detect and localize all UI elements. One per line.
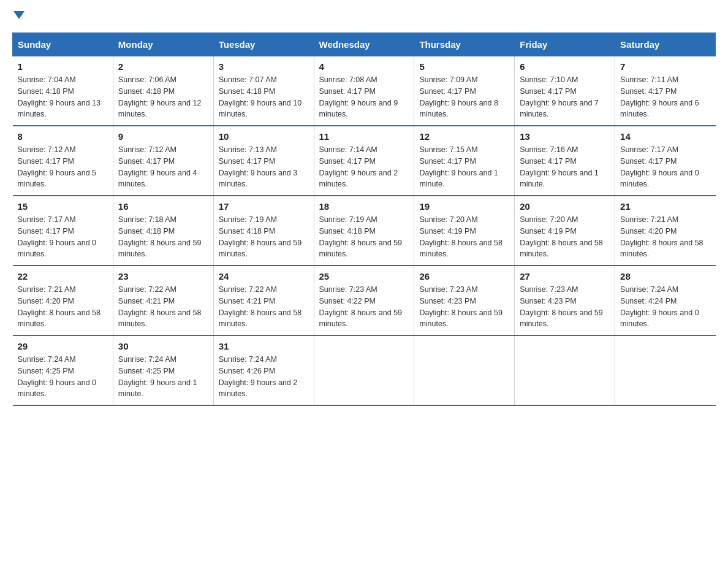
day-number: 3: [219, 61, 309, 72]
calendar-day-cell: 13 Sunrise: 7:16 AMSunset: 4:17 PMDaylig…: [515, 126, 615, 196]
calendar-day-cell: 28 Sunrise: 7:24 AMSunset: 4:24 PMDaylig…: [615, 266, 716, 335]
calendar-header-row: SundayMondayTuesdayWednesdayThursdayFrid…: [13, 33, 716, 56]
day-info: Sunrise: 7:23 AMSunset: 4:22 PMDaylight:…: [319, 284, 409, 330]
day-info: Sunrise: 7:24 AMSunset: 4:26 PMDaylight:…: [219, 354, 309, 400]
calendar-day-cell: 6 Sunrise: 7:10 AMSunset: 4:17 PMDayligh…: [515, 56, 615, 126]
calendar-day-cell: 20 Sunrise: 7:20 AMSunset: 4:19 PMDaylig…: [515, 196, 615, 266]
calendar-day-cell: 2 Sunrise: 7:06 AMSunset: 4:18 PMDayligh…: [113, 56, 213, 126]
day-info: Sunrise: 7:20 AMSunset: 4:19 PMDaylight:…: [520, 214, 610, 260]
calendar-week-row: 8 Sunrise: 7:12 AMSunset: 4:17 PMDayligh…: [13, 126, 716, 196]
day-number: 1: [18, 61, 108, 72]
calendar-day-cell: 14 Sunrise: 7:17 AMSunset: 4:17 PMDaylig…: [615, 126, 716, 196]
day-number: 15: [18, 201, 108, 212]
day-info: Sunrise: 7:19 AMSunset: 4:18 PMDaylight:…: [319, 214, 409, 260]
calendar-day-cell: 9 Sunrise: 7:12 AMSunset: 4:17 PMDayligh…: [113, 126, 213, 196]
calendar-day-cell: 16 Sunrise: 7:18 AMSunset: 4:18 PMDaylig…: [113, 196, 213, 266]
calendar-day-cell: 3 Sunrise: 7:07 AMSunset: 4:18 PMDayligh…: [213, 56, 314, 126]
calendar-week-row: 22 Sunrise: 7:21 AMSunset: 4:20 PMDaylig…: [13, 266, 716, 335]
day-info: Sunrise: 7:09 AMSunset: 4:17 PMDaylight:…: [419, 74, 509, 120]
calendar-day-cell: 4 Sunrise: 7:08 AMSunset: 4:17 PMDayligh…: [314, 56, 414, 126]
calendar-day-cell: 15 Sunrise: 7:17 AMSunset: 4:17 PMDaylig…: [13, 196, 113, 266]
calendar-day-cell: [515, 335, 615, 405]
calendar-day-cell: 17 Sunrise: 7:19 AMSunset: 4:18 PMDaylig…: [213, 196, 314, 266]
day-number: 12: [419, 131, 509, 142]
day-number: 26: [419, 271, 509, 282]
day-number: 23: [118, 271, 208, 282]
day-info: Sunrise: 7:18 AMSunset: 4:18 PMDaylight:…: [118, 214, 208, 260]
day-number: 25: [319, 271, 409, 282]
calendar-day-cell: 12 Sunrise: 7:15 AMSunset: 4:17 PMDaylig…: [414, 126, 515, 196]
calendar-day-cell: 26 Sunrise: 7:23 AMSunset: 4:23 PMDaylig…: [414, 266, 515, 335]
day-number: 22: [18, 271, 108, 282]
day-number: 19: [419, 201, 509, 212]
day-number: 2: [118, 61, 208, 72]
day-number: 14: [620, 131, 710, 142]
day-info: Sunrise: 7:21 AMSunset: 4:20 PMDaylight:…: [620, 214, 710, 260]
day-info: Sunrise: 7:12 AMSunset: 4:17 PMDaylight:…: [118, 144, 208, 190]
day-info: Sunrise: 7:24 AMSunset: 4:25 PMDaylight:…: [18, 354, 108, 400]
calendar-day-cell: 10 Sunrise: 7:13 AMSunset: 4:17 PMDaylig…: [213, 126, 314, 196]
weekday-header: Thursday: [414, 33, 515, 56]
day-number: 5: [419, 61, 509, 72]
day-info: Sunrise: 7:23 AMSunset: 4:23 PMDaylight:…: [419, 284, 509, 330]
day-info: Sunrise: 7:17 AMSunset: 4:17 PMDaylight:…: [18, 214, 108, 260]
day-info: Sunrise: 7:10 AMSunset: 4:17 PMDaylight:…: [520, 74, 610, 120]
weekday-header: Monday: [113, 33, 213, 56]
day-info: Sunrise: 7:04 AMSunset: 4:18 PMDaylight:…: [18, 74, 108, 120]
day-info: Sunrise: 7:12 AMSunset: 4:17 PMDaylight:…: [18, 144, 108, 190]
day-number: 13: [520, 131, 610, 142]
calendar-day-cell: 8 Sunrise: 7:12 AMSunset: 4:17 PMDayligh…: [13, 126, 113, 196]
logo-triangle-icon: [13, 11, 25, 19]
day-info: Sunrise: 7:08 AMSunset: 4:17 PMDaylight:…: [319, 74, 409, 120]
day-number: 16: [118, 201, 208, 212]
calendar-day-cell: 30 Sunrise: 7:24 AMSunset: 4:25 PMDaylig…: [113, 335, 213, 405]
day-info: Sunrise: 7:16 AMSunset: 4:17 PMDaylight:…: [520, 144, 610, 190]
logo: [12, 12, 25, 20]
weekday-header: Saturday: [615, 33, 716, 56]
calendar-day-cell: [314, 335, 414, 405]
weekday-header: Sunday: [13, 33, 113, 56]
day-info: Sunrise: 7:22 AMSunset: 4:21 PMDaylight:…: [118, 284, 208, 330]
day-info: Sunrise: 7:24 AMSunset: 4:25 PMDaylight:…: [118, 354, 208, 400]
day-number: 11: [319, 131, 409, 142]
day-info: Sunrise: 7:11 AMSunset: 4:17 PMDaylight:…: [620, 74, 710, 120]
day-info: Sunrise: 7:15 AMSunset: 4:17 PMDaylight:…: [419, 144, 509, 190]
day-info: Sunrise: 7:06 AMSunset: 4:18 PMDaylight:…: [118, 74, 208, 120]
calendar-day-cell: 27 Sunrise: 7:23 AMSunset: 4:23 PMDaylig…: [515, 266, 615, 335]
weekday-header: Wednesday: [314, 33, 414, 56]
day-number: 30: [118, 341, 208, 351]
calendar-day-cell: 24 Sunrise: 7:22 AMSunset: 4:21 PMDaylig…: [213, 266, 314, 335]
day-info: Sunrise: 7:14 AMSunset: 4:17 PMDaylight:…: [319, 144, 409, 190]
calendar-day-cell: 19 Sunrise: 7:20 AMSunset: 4:19 PMDaylig…: [414, 196, 515, 266]
day-info: Sunrise: 7:19 AMSunset: 4:18 PMDaylight:…: [219, 214, 309, 260]
day-info: Sunrise: 7:17 AMSunset: 4:17 PMDaylight:…: [620, 144, 710, 190]
calendar-day-cell: 22 Sunrise: 7:21 AMSunset: 4:20 PMDaylig…: [13, 266, 113, 335]
day-number: 20: [520, 201, 610, 212]
day-info: Sunrise: 7:07 AMSunset: 4:18 PMDaylight:…: [219, 74, 309, 120]
day-info: Sunrise: 7:22 AMSunset: 4:21 PMDaylight:…: [219, 284, 309, 330]
weekday-header: Friday: [515, 33, 615, 56]
day-info: Sunrise: 7:13 AMSunset: 4:17 PMDaylight:…: [219, 144, 309, 190]
calendar-day-cell: 1 Sunrise: 7:04 AMSunset: 4:18 PMDayligh…: [13, 56, 113, 126]
day-number: 6: [520, 61, 610, 72]
calendar-week-row: 29 Sunrise: 7:24 AMSunset: 4:25 PMDaylig…: [13, 335, 716, 405]
weekday-header: Tuesday: [213, 33, 314, 56]
calendar-day-cell: 5 Sunrise: 7:09 AMSunset: 4:17 PMDayligh…: [414, 56, 515, 126]
calendar-week-row: 15 Sunrise: 7:17 AMSunset: 4:17 PMDaylig…: [13, 196, 716, 266]
calendar-day-cell: 29 Sunrise: 7:24 AMSunset: 4:25 PMDaylig…: [13, 335, 113, 405]
day-number: 8: [18, 131, 108, 142]
calendar-week-row: 1 Sunrise: 7:04 AMSunset: 4:18 PMDayligh…: [13, 56, 716, 126]
day-number: 21: [620, 201, 710, 212]
day-number: 10: [219, 131, 309, 142]
day-number: 28: [620, 271, 710, 282]
calendar-table: SundayMondayTuesdayWednesdayThursdayFrid…: [12, 33, 716, 406]
day-number: 4: [319, 61, 409, 72]
day-number: 7: [620, 61, 710, 72]
day-info: Sunrise: 7:23 AMSunset: 4:23 PMDaylight:…: [520, 284, 610, 330]
calendar-day-cell: [414, 335, 515, 405]
calendar-day-cell: 18 Sunrise: 7:19 AMSunset: 4:18 PMDaylig…: [314, 196, 414, 266]
calendar-day-cell: 23 Sunrise: 7:22 AMSunset: 4:21 PMDaylig…: [113, 266, 213, 335]
calendar-day-cell: 11 Sunrise: 7:14 AMSunset: 4:17 PMDaylig…: [314, 126, 414, 196]
day-number: 18: [319, 201, 409, 212]
day-number: 17: [219, 201, 309, 212]
